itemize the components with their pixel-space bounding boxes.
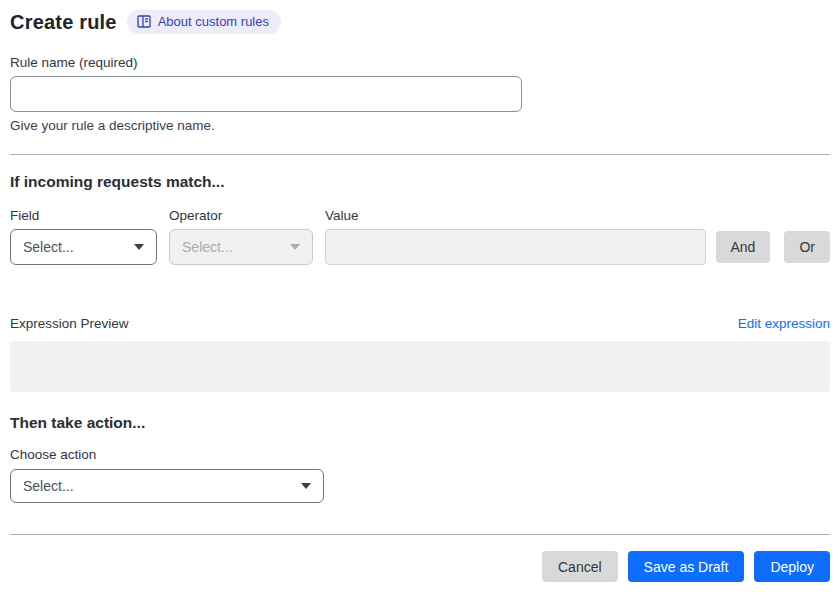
value-label: Value xyxy=(325,208,705,223)
field-label: Field xyxy=(10,208,157,223)
footer-divider xyxy=(10,534,830,535)
rule-name-helper: Give your rule a descriptive name. xyxy=(10,118,830,133)
deploy-button[interactable]: Deploy xyxy=(754,551,830,582)
about-custom-rules-badge[interactable]: About custom rules xyxy=(127,10,281,34)
match-condition-row: Field Select... Operator Select... Value… xyxy=(10,208,830,265)
rule-name-input[interactable] xyxy=(10,76,522,112)
header: Create rule About custom rules xyxy=(10,10,830,34)
chevron-down-icon xyxy=(301,483,311,489)
or-button[interactable]: Or xyxy=(784,231,830,263)
save-as-draft-button[interactable]: Save as Draft xyxy=(628,551,745,582)
action-section-heading: Then take action... xyxy=(10,414,830,432)
field-select-value: Select... xyxy=(23,239,74,255)
operator-select-value: Select... xyxy=(182,239,233,255)
operator-select: Select... xyxy=(169,229,313,265)
value-input xyxy=(325,229,705,265)
edit-expression-link[interactable]: Edit expression xyxy=(738,316,830,331)
and-button[interactable]: And xyxy=(716,231,771,263)
about-custom-rules-label: About custom rules xyxy=(158,14,269,29)
match-section-heading: If incoming requests match... xyxy=(10,173,830,191)
field-select[interactable]: Select... xyxy=(10,229,157,265)
expression-preview-header: Expression Preview Edit expression xyxy=(10,316,830,331)
expression-preview-label: Expression Preview xyxy=(10,316,129,331)
expression-preview-box xyxy=(10,341,830,392)
operator-label: Operator xyxy=(169,208,313,223)
rule-name-label: Rule name (required) xyxy=(10,55,830,70)
footer-actions: Cancel Save as Draft Deploy xyxy=(10,551,830,582)
book-reader-icon xyxy=(137,15,151,28)
chevron-down-icon xyxy=(290,244,300,250)
choose-action-select[interactable]: Select... xyxy=(10,469,324,503)
chevron-down-icon xyxy=(134,244,144,250)
choose-action-value: Select... xyxy=(23,478,74,494)
create-rule-form: Create rule About custom rules Rule name… xyxy=(0,0,839,582)
section-divider xyxy=(10,154,830,155)
cancel-button[interactable]: Cancel xyxy=(542,551,618,582)
page-title: Create rule xyxy=(10,11,117,34)
choose-action-label: Choose action xyxy=(10,447,830,462)
